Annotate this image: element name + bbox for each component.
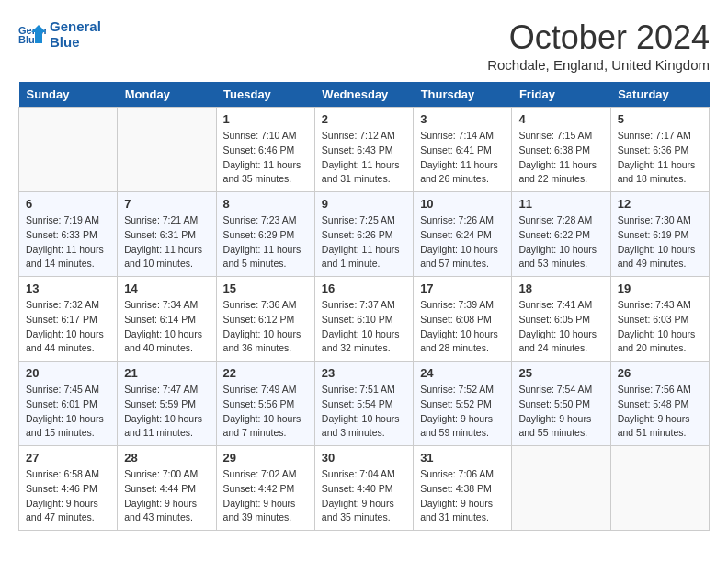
day-detail: Sunrise: 7:15 AM Sunset: 6:38 PM Dayligh…: [518, 129, 603, 187]
logo-line1: General: [50, 18, 101, 34]
calendar-week-0: 1Sunrise: 7:10 AM Sunset: 6:46 PM Daylig…: [19, 108, 710, 192]
calendar-cell: [610, 446, 709, 531]
header-saturday: Saturday: [610, 82, 709, 108]
day-detail: Sunrise: 7:21 AM Sunset: 6:31 PM Dayligh…: [124, 213, 209, 271]
day-number: 24: [420, 366, 505, 380]
calendar-cell: 5Sunrise: 7:17 AM Sunset: 6:36 PM Daylig…: [610, 108, 709, 192]
calendar-header-row: SundayMondayTuesdayWednesdayThursdayFrid…: [19, 82, 710, 108]
calendar-cell: 10Sunrise: 7:26 AM Sunset: 6:24 PM Dayli…: [414, 192, 512, 277]
day-detail: Sunrise: 7:30 AM Sunset: 6:19 PM Dayligh…: [618, 213, 702, 271]
day-detail: Sunrise: 7:37 AM Sunset: 6:10 PM Dayligh…: [322, 298, 406, 356]
calendar-week-4: 27Sunrise: 6:58 AM Sunset: 4:46 PM Dayli…: [19, 446, 710, 531]
day-detail: Sunrise: 7:06 AM Sunset: 4:38 PM Dayligh…: [420, 467, 505, 525]
calendar-cell: 20Sunrise: 7:45 AM Sunset: 6:01 PM Dayli…: [19, 362, 118, 446]
header-monday: Monday: [118, 82, 216, 108]
day-detail: Sunrise: 7:34 AM Sunset: 6:14 PM Dayligh…: [124, 298, 209, 356]
day-number: 22: [223, 366, 308, 380]
day-detail: Sunrise: 7:04 AM Sunset: 4:40 PM Dayligh…: [322, 467, 406, 525]
page-header: General Blue General Blue October 2024 R…: [18, 18, 710, 73]
location: Rochdale, England, United Kingdom: [487, 57, 710, 73]
calendar-cell: 4Sunrise: 7:15 AM Sunset: 6:38 PM Daylig…: [512, 108, 610, 192]
calendar-cell: 31Sunrise: 7:06 AM Sunset: 4:38 PM Dayli…: [414, 446, 512, 531]
day-detail: Sunrise: 7:39 AM Sunset: 6:08 PM Dayligh…: [420, 298, 505, 356]
calendar-week-3: 20Sunrise: 7:45 AM Sunset: 6:01 PM Dayli…: [19, 362, 710, 446]
calendar-cell: 16Sunrise: 7:37 AM Sunset: 6:10 PM Dayli…: [314, 277, 413, 362]
day-detail: Sunrise: 7:14 AM Sunset: 6:41 PM Dayligh…: [420, 129, 505, 187]
day-detail: Sunrise: 7:10 AM Sunset: 6:46 PM Dayligh…: [223, 129, 308, 187]
calendar-cell: 15Sunrise: 7:36 AM Sunset: 6:12 PM Dayli…: [216, 277, 314, 362]
day-number: 29: [223, 451, 308, 465]
day-number: 7: [124, 197, 209, 211]
day-detail: Sunrise: 7:12 AM Sunset: 6:43 PM Dayligh…: [322, 129, 406, 187]
logo: General Blue General Blue: [18, 18, 101, 50]
day-detail: Sunrise: 7:23 AM Sunset: 6:29 PM Dayligh…: [223, 213, 308, 271]
day-detail: Sunrise: 7:54 AM Sunset: 5:50 PM Dayligh…: [518, 383, 603, 441]
day-detail: Sunrise: 7:02 AM Sunset: 4:42 PM Dayligh…: [223, 467, 308, 525]
day-detail: Sunrise: 7:19 AM Sunset: 6:33 PM Dayligh…: [26, 213, 110, 271]
calendar-cell: 14Sunrise: 7:34 AM Sunset: 6:14 PM Dayli…: [118, 277, 216, 362]
calendar-cell: 29Sunrise: 7:02 AM Sunset: 4:42 PM Dayli…: [216, 446, 314, 531]
day-number: 2: [322, 112, 406, 126]
day-detail: Sunrise: 7:26 AM Sunset: 6:24 PM Dayligh…: [420, 213, 505, 271]
day-number: 21: [124, 366, 209, 380]
calendar-cell: 27Sunrise: 6:58 AM Sunset: 4:46 PM Dayli…: [19, 446, 118, 531]
day-number: 19: [618, 282, 702, 295]
header-friday: Friday: [512, 82, 610, 108]
calendar-cell: 7Sunrise: 7:21 AM Sunset: 6:31 PM Daylig…: [118, 192, 216, 277]
calendar-cell: 25Sunrise: 7:54 AM Sunset: 5:50 PM Dayli…: [512, 362, 610, 446]
calendar-cell: [118, 108, 216, 192]
day-detail: Sunrise: 7:45 AM Sunset: 6:01 PM Dayligh…: [26, 383, 110, 441]
day-detail: Sunrise: 7:36 AM Sunset: 6:12 PM Dayligh…: [223, 298, 308, 356]
day-number: 6: [26, 197, 110, 211]
day-detail: Sunrise: 7:25 AM Sunset: 6:26 PM Dayligh…: [322, 213, 406, 271]
day-number: 5: [618, 112, 702, 126]
calendar-cell: [19, 108, 118, 192]
day-detail: Sunrise: 7:43 AM Sunset: 6:03 PM Dayligh…: [618, 298, 702, 356]
calendar-cell: 3Sunrise: 7:14 AM Sunset: 6:41 PM Daylig…: [414, 108, 512, 192]
calendar-cell: 30Sunrise: 7:04 AM Sunset: 4:40 PM Dayli…: [314, 446, 413, 531]
calendar-cell: 23Sunrise: 7:51 AM Sunset: 5:54 PM Dayli…: [314, 362, 413, 446]
calendar-cell: 12Sunrise: 7:30 AM Sunset: 6:19 PM Dayli…: [610, 192, 709, 277]
calendar-cell: 28Sunrise: 7:00 AM Sunset: 4:44 PM Dayli…: [118, 446, 216, 531]
title-block: October 2024 Rochdale, England, United K…: [487, 18, 710, 73]
calendar-cell: 18Sunrise: 7:41 AM Sunset: 6:05 PM Dayli…: [512, 277, 610, 362]
calendar-cell: 6Sunrise: 7:19 AM Sunset: 6:33 PM Daylig…: [19, 192, 118, 277]
day-detail: Sunrise: 6:58 AM Sunset: 4:46 PM Dayligh…: [26, 467, 110, 525]
calendar-cell: 9Sunrise: 7:25 AM Sunset: 6:26 PM Daylig…: [314, 192, 413, 277]
day-number: 28: [124, 451, 209, 465]
header-tuesday: Tuesday: [216, 82, 314, 108]
day-number: 27: [26, 451, 110, 465]
calendar-cell: 8Sunrise: 7:23 AM Sunset: 6:29 PM Daylig…: [216, 192, 314, 277]
day-number: 26: [618, 366, 702, 380]
day-detail: Sunrise: 7:56 AM Sunset: 5:48 PM Dayligh…: [618, 383, 702, 441]
calendar-cell: 17Sunrise: 7:39 AM Sunset: 6:08 PM Dayli…: [414, 277, 512, 362]
day-number: 14: [124, 282, 209, 295]
day-number: 25: [518, 366, 603, 380]
day-detail: Sunrise: 7:52 AM Sunset: 5:52 PM Dayligh…: [420, 383, 505, 441]
day-detail: Sunrise: 7:41 AM Sunset: 6:05 PM Dayligh…: [518, 298, 603, 356]
day-number: 17: [420, 282, 505, 295]
day-detail: Sunrise: 7:32 AM Sunset: 6:17 PM Dayligh…: [26, 298, 110, 356]
header-thursday: Thursday: [414, 82, 512, 108]
calendar-cell: 11Sunrise: 7:28 AM Sunset: 6:22 PM Dayli…: [512, 192, 610, 277]
day-number: 20: [26, 366, 110, 380]
calendar-cell: [512, 446, 610, 531]
logo-line2: Blue: [50, 34, 101, 50]
calendar-cell: 1Sunrise: 7:10 AM Sunset: 6:46 PM Daylig…: [216, 108, 314, 192]
day-number: 11: [518, 197, 603, 211]
day-number: 16: [322, 282, 406, 295]
day-number: 3: [420, 112, 505, 126]
day-detail: Sunrise: 7:51 AM Sunset: 5:54 PM Dayligh…: [322, 383, 406, 441]
calendar-body: 1Sunrise: 7:10 AM Sunset: 6:46 PM Daylig…: [19, 108, 710, 531]
day-number: 12: [618, 197, 702, 211]
day-number: 10: [420, 197, 505, 211]
calendar-cell: 26Sunrise: 7:56 AM Sunset: 5:48 PM Dayli…: [610, 362, 709, 446]
day-number: 30: [322, 451, 406, 465]
calendar-week-1: 6Sunrise: 7:19 AM Sunset: 6:33 PM Daylig…: [19, 192, 710, 277]
logo-icon: General Blue: [18, 23, 46, 45]
day-detail: Sunrise: 7:49 AM Sunset: 5:56 PM Dayligh…: [223, 383, 308, 441]
day-number: 13: [26, 282, 110, 295]
day-number: 18: [518, 282, 603, 295]
day-number: 15: [223, 282, 308, 295]
day-detail: Sunrise: 7:17 AM Sunset: 6:36 PM Dayligh…: [618, 129, 702, 187]
